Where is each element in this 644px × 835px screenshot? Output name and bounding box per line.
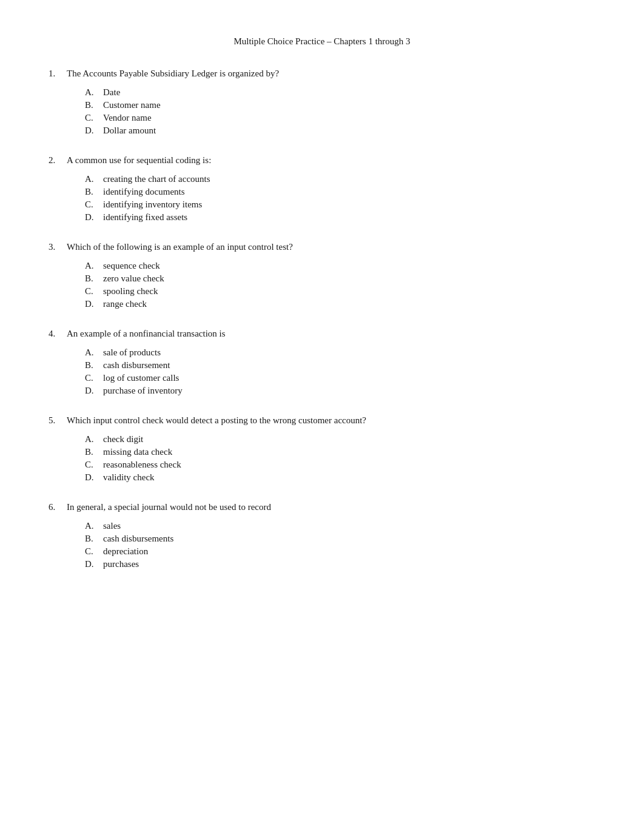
option-letter: A. [85, 87, 103, 98]
question-3: 3.Which of the following is an example o… [49, 242, 595, 309]
option-letter: B. [85, 534, 103, 544]
question-6-option-4: D.purchases [85, 559, 595, 569]
option-letter: D. [85, 472, 103, 483]
option-letter: D. [85, 386, 103, 396]
question-3-option-1: A.sequence check [85, 261, 595, 271]
option-letter: C. [85, 373, 103, 383]
question-1-option-3: C.Vendor name [85, 113, 595, 123]
question-4: 4.An example of a nonfinancial transacti… [49, 329, 595, 396]
option-text: spooling check [103, 286, 158, 297]
option-text: reasonableness check [103, 460, 181, 470]
question-1: 1.The Accounts Payable Subsidiary Ledger… [49, 69, 595, 136]
option-text: zero value check [103, 273, 164, 284]
question-3-option-4: D.range check [85, 299, 595, 309]
question-text-6: In general, a special journal would not … [67, 502, 271, 512]
questions-container: 1.The Accounts Payable Subsidiary Ledger… [49, 69, 595, 569]
question-5: 5.Which input control check would detect… [49, 415, 595, 483]
question-5-option-4: D.validity check [85, 472, 595, 483]
question-number-5: 5. [49, 415, 67, 426]
page-title: Multiple Choice Practice – Chapters 1 th… [49, 36, 595, 47]
option-text: creating the chart of accounts [103, 174, 210, 184]
question-3-option-3: C.spooling check [85, 286, 595, 297]
option-text: check digit [103, 434, 143, 444]
option-text: missing data check [103, 447, 172, 457]
option-text: Customer name [103, 100, 161, 110]
question-1-option-4: D.Dollar amount [85, 126, 595, 136]
option-letter: C. [85, 286, 103, 297]
option-text: Vendor name [103, 113, 152, 123]
option-letter: C. [85, 460, 103, 470]
question-2-option-2: B.identifying documents [85, 187, 595, 197]
option-letter: A. [85, 347, 103, 358]
option-text: range check [103, 299, 147, 309]
question-number-2: 2. [49, 155, 67, 166]
question-5-option-2: B.missing data check [85, 447, 595, 457]
option-letter: D. [85, 212, 103, 223]
option-text: identifying documents [103, 187, 185, 197]
option-letter: A. [85, 261, 103, 271]
question-4-option-3: C.log of customer calls [85, 373, 595, 383]
question-number-1: 1. [49, 69, 67, 79]
option-letter: B. [85, 100, 103, 110]
question-3-option-2: B.zero value check [85, 273, 595, 284]
option-letter: B. [85, 187, 103, 197]
option-text: sales [103, 521, 121, 531]
option-text: Date [103, 87, 120, 98]
question-5-option-1: A.check digit [85, 434, 595, 444]
question-6-option-3: C.depreciation [85, 546, 595, 557]
question-2-option-3: C.identifying inventory items [85, 200, 595, 210]
question-2-option-4: D.identifying fixed assets [85, 212, 595, 223]
option-letter: B. [85, 273, 103, 284]
question-6: 6.In general, a special journal would no… [49, 502, 595, 569]
option-letter: A. [85, 174, 103, 184]
question-text-3: Which of the following is an example of … [67, 242, 293, 252]
option-text: depreciation [103, 546, 148, 557]
option-letter: A. [85, 521, 103, 531]
option-text: cash disbursement [103, 360, 170, 371]
question-2-option-1: A.creating the chart of accounts [85, 174, 595, 184]
question-4-option-2: B.cash disbursement [85, 360, 595, 371]
question-text-1: The Accounts Payable Subsidiary Ledger i… [67, 69, 279, 79]
question-text-5: Which input control check would detect a… [67, 415, 366, 426]
option-text: cash disbursements [103, 534, 173, 544]
question-1-option-1: A.Date [85, 87, 595, 98]
question-number-6: 6. [49, 502, 67, 512]
option-letter: B. [85, 360, 103, 371]
option-text: validity check [103, 472, 155, 483]
option-text: log of customer calls [103, 373, 179, 383]
option-letter: A. [85, 434, 103, 444]
option-letter: C. [85, 200, 103, 210]
option-text: identifying inventory items [103, 200, 202, 210]
question-4-option-4: D.purchase of inventory [85, 386, 595, 396]
question-4-option-1: A.sale of products [85, 347, 595, 358]
question-5-option-3: C.reasonableness check [85, 460, 595, 470]
question-2: 2.A common use for sequential coding is:… [49, 155, 595, 223]
option-text: purchase of inventory [103, 386, 183, 396]
question-6-option-1: A.sales [85, 521, 595, 531]
option-letter: D. [85, 299, 103, 309]
option-letter: D. [85, 559, 103, 569]
option-text: purchases [103, 559, 139, 569]
option-letter: B. [85, 447, 103, 457]
option-text: identifying fixed assets [103, 212, 187, 223]
option-letter: C. [85, 113, 103, 123]
option-text: sale of products [103, 347, 161, 358]
option-text: sequence check [103, 261, 160, 271]
option-text: Dollar amount [103, 126, 156, 136]
option-letter: C. [85, 546, 103, 557]
question-number-4: 4. [49, 329, 67, 339]
question-text-4: An example of a nonfinancial transaction… [67, 329, 226, 339]
question-text-2: A common use for sequential coding is: [67, 155, 211, 166]
option-letter: D. [85, 126, 103, 136]
question-6-option-2: B.cash disbursements [85, 534, 595, 544]
question-number-3: 3. [49, 242, 67, 252]
question-1-option-2: B.Customer name [85, 100, 595, 110]
